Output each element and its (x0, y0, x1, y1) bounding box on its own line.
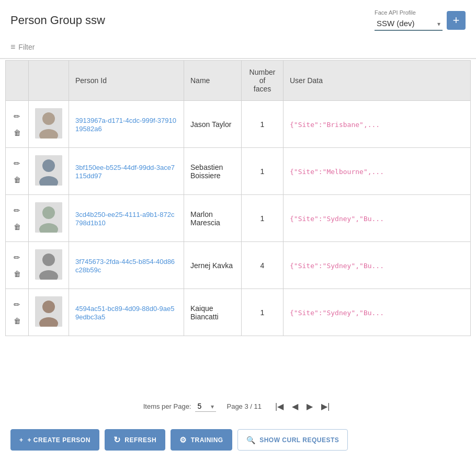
edit-button-3[interactable]: ✏ (13, 252, 21, 263)
edit-button-2[interactable]: ✏ (13, 205, 21, 216)
actions-cell-3: ✏ 🗑 (6, 242, 29, 289)
name-cell-1: Sebastien Boissiere (184, 148, 242, 195)
delete-button-3[interactable]: 🗑 (13, 269, 22, 279)
action-bar: + + CREATE PERSON ↻ REFRESH ⚙ TRAINING 🔍… (0, 422, 476, 461)
col-faces-header: Numberoffaces (242, 61, 284, 101)
photo-placeholder-1 (35, 155, 62, 186)
face-api-label: Face API Profile (375, 9, 443, 16)
svg-point-4 (42, 159, 55, 172)
svg-point-7 (42, 206, 55, 219)
profile-select-wrapper: SSW (dev) SSW (prod) Default ▾ (375, 17, 443, 31)
edit-button-0[interactable]: ✏ (13, 111, 21, 122)
last-page-button[interactable]: ▶| (318, 399, 333, 413)
svg-point-1 (42, 112, 55, 125)
create-person-button[interactable]: + + CREATE PERSON (10, 429, 99, 451)
action-icons-3: ✏ 🗑 (12, 252, 22, 279)
curl-search-icon: 🔍 (246, 436, 256, 444)
page-wrapper: Person Group ssw Face API Profile SSW (d… (0, 0, 476, 461)
userdata-cell-1: {"Site":"Melbourne",... (284, 148, 471, 195)
filter-bar: ≡ Filter (0, 36, 476, 59)
photo-placeholder-2 (35, 202, 62, 233)
items-per-page: Items per Page: 5 10 25 50 ▾ (143, 401, 217, 412)
header-right: Face API Profile SSW (dev) SSW (prod) De… (375, 9, 466, 31)
edit-button-1[interactable]: ✏ (13, 158, 21, 169)
action-icons-1: ✏ 🗑 (12, 158, 22, 185)
name-cell-0: Jason Taylor (184, 101, 242, 148)
col-userdata-header: User Data (284, 61, 471, 101)
action-icons-4: ✏ 🗑 (12, 299, 22, 326)
delete-icon-3: 🗑 (14, 270, 21, 278)
photo-cell-2 (29, 195, 69, 242)
table-row: ✏ 🗑 4594ac51-bc89-4d09-88d0-9ae59edbc3a5… (6, 289, 471, 336)
refresh-icon: ↻ (114, 435, 121, 445)
userdata-cell-3: {"Site":"Sydney","Bu... (284, 242, 471, 289)
svg-point-13 (42, 301, 55, 313)
personid-cell-2: 3cd4b250-ee25-4111-a9b1-872c798d1b10 (69, 195, 184, 242)
filter-icon: ≡ (10, 42, 15, 52)
action-icons-0: ✏ 🗑 (12, 111, 22, 138)
edit-icon-2: ✏ (14, 206, 20, 215)
personid-cell-3: 3f745673-2fda-44c5-b854-40d86c28b59c (69, 242, 184, 289)
delete-button-4[interactable]: 🗑 (13, 316, 22, 326)
table-row: ✏ 🗑 3f745673-2fda-44c5-b854-40d86c28b59c… (6, 242, 471, 289)
delete-button-0[interactable]: 🗑 (13, 128, 22, 138)
name-cell-2: Marlon Marescia (184, 195, 242, 242)
photo-placeholder-0 (35, 108, 62, 139)
first-page-button[interactable]: |◀ (272, 399, 287, 413)
user-data-2: {"Site":"Sydney","Bu... (290, 215, 384, 223)
name-cell-4: Kaique Biancatti (184, 289, 242, 336)
delete-button-1[interactable]: 🗑 (13, 175, 22, 185)
person-id-link-0[interactable]: 3913967a-d171-4cdc-999f-3791019582a6 (75, 117, 176, 133)
page-title: Person Group ssw (10, 14, 105, 27)
person-id-link-3[interactable]: 3f745673-2fda-44c5-b854-40d86c28b59c (75, 258, 175, 274)
actions-cell-1: ✏ 🗑 (6, 148, 29, 195)
table-row: ✏ 🗑 3913967a-d171-4cdc-999f-3791019582a6… (6, 101, 471, 148)
persons-table: Person Id Name Numberoffaces User Data ✏… (5, 60, 471, 336)
actions-cell-0: ✏ 🗑 (6, 101, 29, 148)
next-page-button[interactable]: ▶ (303, 399, 316, 413)
userdata-cell-2: {"Site":"Sydney","Bu... (284, 195, 471, 242)
refresh-button[interactable]: ↻ REFRESH (105, 429, 165, 451)
edit-icon-3: ✏ (14, 253, 20, 262)
items-per-page-label: Items per Page: (143, 402, 191, 410)
prev-page-button[interactable]: ◀ (289, 399, 301, 413)
training-button[interactable]: ⚙ TRAINING (171, 429, 232, 451)
personid-cell-0: 3913967a-d171-4cdc-999f-3791019582a6 (69, 101, 184, 148)
name-cell-3: Jernej Kavka (184, 242, 242, 289)
add-profile-button[interactable]: + (447, 11, 466, 30)
user-data-1: {"Site":"Melbourne",... (290, 168, 384, 176)
filter-button[interactable]: ≡ Filter (10, 40, 35, 54)
refresh-label: REFRESH (124, 436, 156, 444)
photo-placeholder-4 (35, 296, 62, 327)
edit-icon-4: ✏ (14, 300, 20, 309)
edit-icon-1: ✏ (14, 159, 20, 168)
userdata-cell-4: {"Site":"Sydney","Bu... (284, 289, 471, 336)
pagination-bar: Items per Page: 5 10 25 50 ▾ Page 3 / 11… (0, 391, 476, 422)
faces-cell-3: 4 (242, 242, 284, 289)
page-nav: |◀ ◀ ▶ ▶| (272, 399, 333, 413)
person-id-link-2[interactable]: 3cd4b250-ee25-4111-a9b1-872c798d1b10 (75, 211, 174, 227)
person-id-link-4[interactable]: 4594ac51-bc89-4d09-88d0-9ae59edbc3a5 (75, 305, 174, 321)
curl-label: SHOW CURL REQUESTS (259, 436, 339, 444)
delete-button-2[interactable]: 🗑 (13, 222, 22, 232)
faces-cell-4: 1 (242, 289, 284, 336)
person-id-link-1[interactable]: 3bf150ee-b525-44df-99dd-3ace7115dd97 (75, 164, 175, 180)
action-icons-2: ✏ 🗑 (12, 205, 22, 232)
table-row: ✏ 🗑 3cd4b250-ee25-4111-a9b1-872c798d1b10… (6, 195, 471, 242)
faces-cell-0: 1 (242, 101, 284, 148)
faces-cell-2: 1 (242, 195, 284, 242)
actions-cell-2: ✏ 🗑 (6, 195, 29, 242)
table-row: ✏ 🗑 3bf150ee-b525-44df-99dd-3ace7115dd97… (6, 148, 471, 195)
edit-button-4[interactable]: ✏ (13, 299, 21, 310)
items-per-page-select[interactable]: 5 10 25 50 (195, 401, 216, 412)
user-data-0: {"Site":"Brisbane",... (290, 121, 380, 129)
delete-icon-2: 🗑 (14, 223, 21, 231)
table-header-row: Person Id Name Numberoffaces User Data (6, 61, 471, 101)
userdata-cell-0: {"Site":"Brisbane",... (284, 101, 471, 148)
actions-cell-4: ✏ 🗑 (6, 289, 29, 336)
show-curl-button[interactable]: 🔍 SHOW CURL REQUESTS (237, 429, 348, 451)
profile-select[interactable]: SSW (dev) SSW (prod) Default (375, 17, 443, 31)
profile-label-area: Face API Profile SSW (dev) SSW (prod) De… (375, 9, 443, 31)
svg-point-10 (42, 253, 55, 266)
photo-cell-4 (29, 289, 69, 336)
